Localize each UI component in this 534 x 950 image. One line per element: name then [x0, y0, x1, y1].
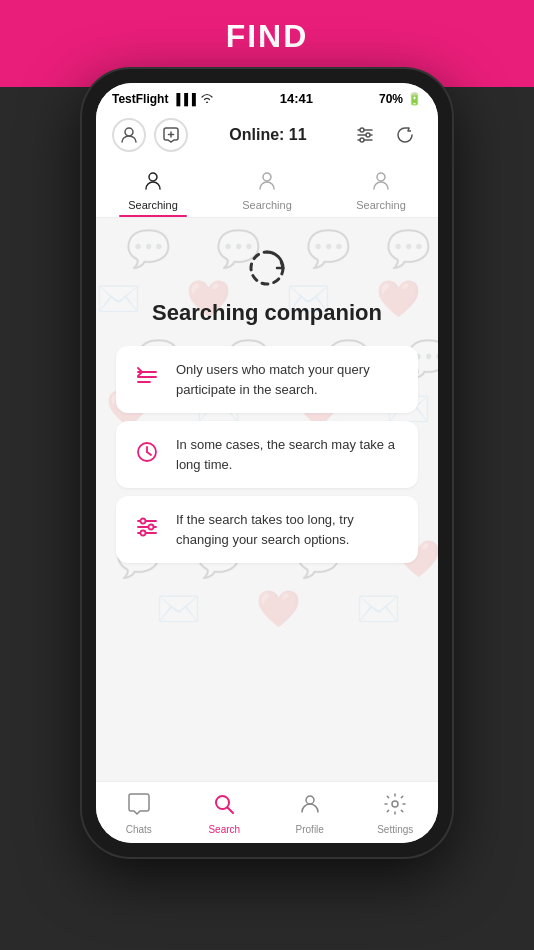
svg-point-0	[125, 128, 133, 136]
svg-point-7	[366, 133, 370, 137]
phone-wrapper: TestFlight ▐▐▐ 14:41 70% 🔋	[0, 69, 534, 950]
svg-point-11	[377, 173, 385, 181]
info-cards: Only users who match your query particip…	[116, 346, 418, 563]
filter-list-icon	[132, 364, 162, 396]
svg-point-23	[141, 530, 146, 535]
info-card-0: Only users who match your query particip…	[116, 346, 418, 413]
info-card-text-1: In some cases, the search may take a lon…	[176, 435, 402, 474]
svg-point-9	[149, 173, 157, 181]
status-left: TestFlight ▐▐▐	[112, 92, 214, 106]
add-chat-icon-btn[interactable]	[154, 118, 188, 152]
app-title: FIND	[226, 18, 309, 55]
tab-label-3: Searching	[356, 199, 406, 211]
svg-point-22	[149, 524, 154, 529]
nav-item-search[interactable]: Search	[182, 782, 268, 843]
settings-nav-icon	[383, 792, 407, 822]
battery-icon: 🔋	[407, 92, 422, 106]
status-bar: TestFlight ▐▐▐ 14:41 70% 🔋	[96, 83, 438, 110]
nav-label-profile: Profile	[296, 824, 324, 835]
carrier-label: TestFlight	[112, 92, 168, 106]
header-left-icons	[112, 118, 188, 152]
filter-icon-btn[interactable]	[348, 118, 382, 152]
tab-label-1: Searching	[128, 199, 178, 211]
header-bar: Online: 11	[96, 110, 438, 162]
nav-label-settings: Settings	[377, 824, 413, 835]
online-count: Online: 11	[229, 126, 306, 144]
spinner-icon	[247, 248, 287, 288]
info-card-1: In some cases, the search may take a lon…	[116, 421, 418, 488]
phone-device: TestFlight ▐▐▐ 14:41 70% 🔋	[82, 69, 452, 857]
svg-point-8	[360, 138, 364, 142]
info-card-text-0: Only users who match your query particip…	[176, 360, 402, 399]
svg-line-25	[228, 808, 234, 814]
info-card-text-2: If the search takes too long, try changi…	[176, 510, 402, 549]
status-right: 70% 🔋	[379, 92, 422, 106]
svg-point-21	[141, 518, 146, 523]
wifi-icon	[200, 93, 214, 105]
info-card-2: If the search takes too long, try changi…	[116, 496, 418, 563]
tab-label-2: Searching	[242, 199, 292, 211]
battery-label: 70%	[379, 92, 403, 106]
profile-icon-btn[interactable]	[112, 118, 146, 152]
tab-searching-3[interactable]: Searching	[324, 162, 438, 217]
tab-icon-3	[370, 170, 392, 197]
chats-nav-icon	[127, 792, 151, 822]
svg-point-27	[392, 801, 398, 807]
tabs-bar: Searching Searching	[96, 162, 438, 218]
svg-line-17	[147, 452, 151, 455]
time-label: 14:41	[280, 91, 313, 106]
top-background: FIND	[0, 0, 534, 69]
main-content: 💬 💬 💬 💬 ✉️ ❤️ ✉️ ❤️ 💬 💬 💬 💬 ❤️ ✉️ ❤️ ✉️	[96, 218, 438, 781]
tab-icon-2	[256, 170, 278, 197]
search-nav-icon	[212, 792, 236, 822]
bottom-nav: Chats Search	[96, 781, 438, 843]
svg-point-26	[306, 796, 314, 804]
tab-searching-1[interactable]: Searching	[96, 162, 210, 217]
profile-nav-icon	[298, 792, 322, 822]
searching-title: Searching companion	[152, 300, 382, 326]
search-content: Searching companion	[96, 218, 438, 579]
tab-searching-2[interactable]: Searching	[210, 162, 324, 217]
nav-label-search: Search	[208, 824, 240, 835]
signal-icon: ▐▐▐	[172, 93, 195, 105]
phone-screen: TestFlight ▐▐▐ 14:41 70% 🔋	[96, 83, 438, 843]
nav-item-settings[interactable]: Settings	[353, 782, 439, 843]
svg-point-10	[263, 173, 271, 181]
clock-icon	[132, 439, 162, 471]
refresh-icon-btn[interactable]	[388, 118, 422, 152]
header-right-icons	[348, 118, 422, 152]
nav-item-profile[interactable]: Profile	[267, 782, 353, 843]
nav-label-chats: Chats	[126, 824, 152, 835]
tab-icon-1	[142, 170, 164, 197]
sliders-icon	[132, 514, 162, 546]
svg-point-6	[360, 128, 364, 132]
nav-item-chats[interactable]: Chats	[96, 782, 182, 843]
